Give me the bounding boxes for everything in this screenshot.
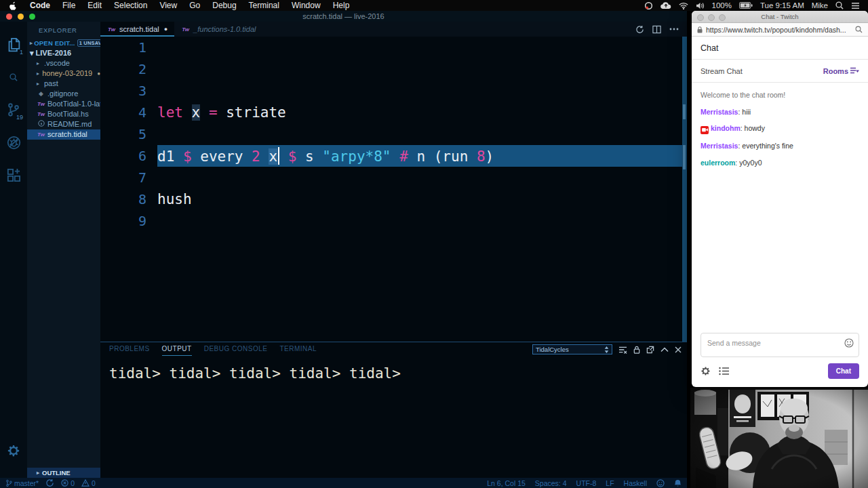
tree-item-boottidal-1-0-latenc-[interactable]: TwBootTidal-1.0-latenc...: [27, 99, 100, 109]
menu-go[interactable]: Go: [183, 0, 206, 11]
menubar-text[interactable]: 100%: [712, 1, 732, 9]
code-editor[interactable]: 1234let x = striate56d1 $ every 2 x $ s …: [100, 37, 687, 342]
unsaved-dot[interactable]: ●: [164, 26, 167, 33]
screen-record-icon[interactable]: [644, 1, 653, 10]
chat-settings-gear-icon[interactable]: [701, 366, 711, 376]
status-sync[interactable]: [45, 479, 54, 487]
tree-item-readme-md[interactable]: README.md: [27, 119, 100, 129]
twitch-titlebar[interactable]: Chat - Twitch: [692, 11, 868, 23]
menu-code[interactable]: Code: [24, 0, 56, 11]
menu-edit[interactable]: Edit: [81, 0, 108, 11]
menu-terminal[interactable]: Terminal: [243, 0, 285, 11]
manage-gear-button[interactable]: [0, 434, 27, 467]
status-ln-6-col-15[interactable]: Ln 6, Col 15: [487, 479, 526, 487]
chat-username[interactable]: Merristasis: [701, 108, 738, 116]
notification-list-icon[interactable]: [851, 2, 860, 9]
activitybar-source-control[interactable]: 19: [0, 94, 27, 126]
chat-username[interactable]: kindohm: [711, 124, 741, 132]
tab--functions-1-0-tidal[interactable]: Tw_functions-1.0.tidal: [174, 22, 262, 37]
minimize-window-button[interactable]: [18, 14, 24, 20]
rooms-menu[interactable]: Rooms: [823, 67, 859, 75]
menubar-menus: CodeFileEditSelectionViewGoDebugTerminal…: [24, 0, 355, 11]
code-line-5[interactable]: 5: [100, 123, 687, 145]
menu-window[interactable]: Window: [285, 0, 327, 11]
panel-tab-output[interactable]: OUTPUT: [162, 343, 192, 356]
workspace-root-folder[interactable]: ▾ LIVE-2016: [27, 48, 100, 58]
menu-selection[interactable]: Selection: [108, 0, 153, 11]
tree-item--gitignore[interactable]: ◆.gitignore: [27, 89, 100, 99]
chat-username[interactable]: Merristasis: [701, 142, 738, 150]
emote-picker-icon[interactable]: [844, 338, 854, 348]
code-line-9[interactable]: 9: [100, 210, 687, 232]
split-editor-icon[interactable]: [652, 25, 661, 34]
tree-item-past[interactable]: ▸past: [27, 79, 100, 89]
status-lf[interactable]: LF: [606, 479, 614, 487]
status-spaces-4[interactable]: Spaces: 4: [535, 479, 567, 487]
chat-username[interactable]: eulerroom: [701, 159, 735, 167]
zoom-window-button[interactable]: [29, 14, 35, 20]
volume-icon[interactable]: [696, 2, 705, 9]
open-log-icon[interactable]: [646, 346, 654, 354]
panel-tab-problems[interactable]: PROBLEMS: [109, 343, 150, 355]
status-0[interactable]: 0: [61, 479, 75, 487]
menubar-text[interactable]: Mike: [812, 1, 828, 9]
code-line-3[interactable]: 3: [100, 80, 687, 102]
open-editors-section[interactable]: ▸ OPEN EDIT... 1 UNSAVED: [27, 38, 100, 48]
code-line-8[interactable]: 8hush: [100, 188, 687, 210]
menubar-text[interactable]: Tue 9:15 AM: [760, 1, 804, 9]
activitybar-debug[interactable]: [0, 126, 27, 159]
chat-send-button[interactable]: Chat: [828, 363, 859, 379]
sync-icon[interactable]: [635, 25, 644, 34]
status-0[interactable]: 0: [81, 479, 96, 487]
tab-scratch-tidal[interactable]: Twscratch.tidal●: [100, 22, 174, 37]
chat-users-list-icon[interactable]: [719, 367, 730, 375]
panel-tab-terminal[interactable]: TERMINAL: [279, 343, 317, 355]
tree-item-honey-03-2019[interactable]: ▸honey-03-2019●: [27, 68, 100, 79]
activitybar-extensions[interactable]: [0, 159, 27, 191]
wifi-icon[interactable]: [679, 2, 688, 9]
activitybar-explorer[interactable]: 1: [0, 28, 27, 61]
code-line-4[interactable]: 4let x = striate: [100, 102, 687, 123]
code-line-1[interactable]: 1: [100, 37, 687, 58]
zoom-page-icon[interactable]: [855, 26, 863, 33]
url-text[interactable]: https://www.twitch.tv/popout/kindohm/das…: [706, 26, 852, 34]
browser-urlbar[interactable]: https://www.twitch.tv/popout/kindohm/das…: [692, 23, 868, 37]
output-console-text[interactable]: tidal> tidal> tidal> tidal> tidal>: [100, 356, 687, 382]
code-line-2[interactable]: 2: [100, 58, 687, 80]
smiley-icon[interactable]: [656, 479, 665, 487]
status-utf-8[interactable]: UTF-8: [576, 479, 597, 487]
tree-item-scratch-tidal[interactable]: Twscratch.tidal: [27, 129, 100, 140]
minimize-window-button[interactable]: [708, 14, 715, 21]
outline-section[interactable]: ▸ OUTLINE: [27, 468, 100, 478]
code-line-7[interactable]: 7: [100, 167, 687, 188]
output-channel-dropdown[interactable]: TidalCycles: [532, 344, 612, 354]
vscode-titlebar[interactable]: scratch.tidal — live-2016: [0, 11, 687, 22]
chevron-up-icon[interactable]: [660, 347, 669, 352]
code-token: every: [192, 148, 252, 165]
clear-output-icon[interactable]: [618, 346, 627, 354]
menu-debug[interactable]: Debug: [206, 0, 242, 11]
cloud-upload-icon[interactable]: [660, 1, 671, 9]
battery-icon[interactable]: [739, 2, 753, 9]
menu-view[interactable]: View: [153, 0, 183, 11]
editor-scrollbar[interactable]: [682, 37, 687, 342]
status-haskell[interactable]: Haskell: [624, 479, 647, 487]
activitybar-search[interactable]: [0, 61, 27, 94]
lock-icon[interactable]: [633, 346, 640, 354]
zoom-window-button[interactable]: [719, 14, 726, 21]
search-icon[interactable]: [835, 1, 844, 9]
menu-help[interactable]: Help: [327, 0, 356, 11]
status-master-[interactable]: master*: [5, 479, 39, 487]
bell-icon[interactable]: [674, 479, 682, 487]
more-icon[interactable]: [669, 28, 679, 30]
close-window-button[interactable]: [697, 14, 704, 21]
close-icon[interactable]: [675, 346, 682, 353]
menu-file[interactable]: File: [56, 0, 81, 11]
apple-menu-icon[interactable]: [0, 1, 24, 10]
chat-input[interactable]: Send a message: [701, 333, 859, 357]
panel-tab-debug-console[interactable]: DEBUG CONSOLE: [204, 343, 268, 355]
close-window-button[interactable]: [6, 14, 12, 20]
tree-item-boottidal-hs[interactable]: TwBootTidal.hs: [27, 109, 100, 119]
tree-item--vscode[interactable]: ▸.vscode: [27, 58, 100, 68]
code-line-6[interactable]: 6d1 $ every 2 x $ s "arpy*8" # n (run 8): [100, 145, 687, 167]
